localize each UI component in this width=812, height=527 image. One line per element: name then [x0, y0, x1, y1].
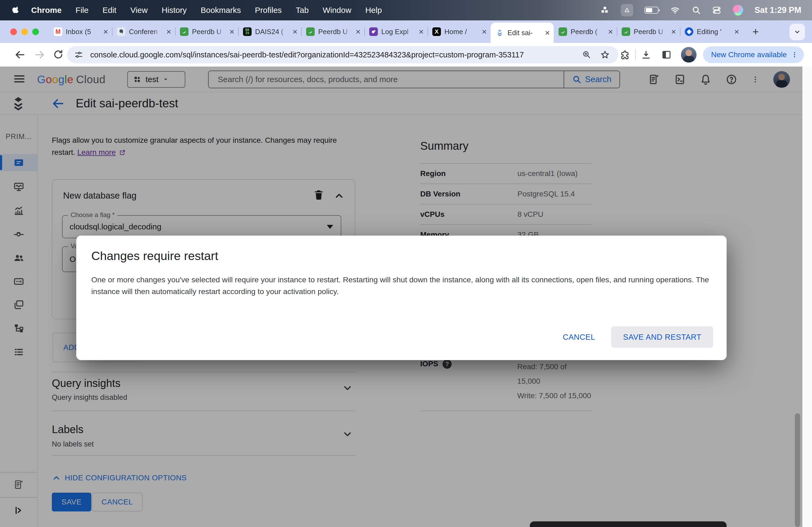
dialog-save-and-restart-button[interactable]: SAVE AND RESTART — [611, 326, 713, 348]
side-panel-icon[interactable] — [661, 49, 672, 60]
tab-editing[interactable]: Editing ' × — [680, 20, 743, 43]
close-icon[interactable]: × — [482, 28, 487, 36]
back-icon[interactable] — [14, 49, 26, 61]
menu-view[interactable]: View — [130, 6, 147, 15]
peerdb-favicon — [180, 27, 188, 36]
tab-strip: M Inbox (5 × Conferen × Peerdb U × DAIS … — [0, 20, 812, 43]
editing-favicon — [685, 27, 693, 36]
menu-tab[interactable]: Tab — [296, 6, 308, 15]
menu-profiles[interactable]: Profiles — [255, 6, 282, 15]
gmail-favicon: M — [54, 27, 62, 36]
battery-icon[interactable] — [644, 7, 658, 14]
menu-edit[interactable]: Edit — [103, 6, 117, 15]
chrome-update-pill[interactable]: New Chrome available — [703, 46, 804, 63]
stats-icon[interactable] — [600, 6, 610, 15]
dialog-cancel-button[interactable]: CANCEL — [559, 333, 599, 342]
close-icon[interactable]: × — [356, 28, 361, 36]
url-text[interactable]: console.cloud.google.com/sql/instances/s… — [90, 50, 524, 59]
tab-peerdb-4[interactable]: Peerdb U × — [617, 20, 680, 43]
new-tab-button[interactable]: + — [749, 25, 762, 38]
menu-chrome[interactable]: Chrome — [31, 6, 61, 15]
site-settings-icon[interactable] — [74, 50, 83, 59]
menu-bookmarks[interactable]: Bookmarks — [201, 6, 241, 15]
close-icon[interactable]: × — [419, 28, 424, 36]
dais-favicon: DAIS — [243, 27, 251, 36]
close-icon[interactable]: × — [229, 28, 234, 36]
tab-edit-sai-active[interactable]: Edit sai- × — [491, 22, 554, 43]
menubar-clock[interactable]: Sat 1:29 PM — [755, 5, 801, 15]
dialog-title: Changes require restart — [91, 249, 712, 263]
zoom-icon[interactable] — [582, 50, 591, 60]
restart-dialog: Changes require restart One or more chan… — [76, 236, 727, 360]
tab-peerdb-1[interactable]: Peerdb U × — [175, 20, 238, 43]
close-icon[interactable]: × — [103, 28, 108, 36]
app-icon[interactable] — [621, 4, 633, 16]
macos-menu-bar: Chrome File Edit View History Bookmarks … — [0, 0, 812, 20]
tab-inbox[interactable]: M Inbox (5 × — [49, 20, 112, 43]
menu-history[interactable]: History — [162, 6, 187, 15]
peerdb-favicon — [306, 27, 315, 36]
tab-dais24[interactable]: DAIS DAIS24 ( × — [238, 20, 301, 43]
maximize-window-button[interactable] — [32, 28, 39, 35]
close-icon[interactable]: × — [292, 28, 298, 36]
toolbar-divider — [635, 49, 636, 60]
gcp-page: Google Cloud test Search (/) for resourc… — [0, 66, 802, 527]
tab-search-chevron[interactable] — [789, 24, 805, 40]
browser-scrollbar-track[interactable] — [802, 66, 812, 527]
menubar-status: Sat 1:29 PM — [600, 4, 812, 16]
tab-conference[interactable]: Conferen × — [112, 20, 175, 43]
close-icon[interactable]: × — [608, 28, 613, 36]
spotlight-icon[interactable] — [692, 6, 701, 15]
postgres-favicon — [117, 27, 126, 36]
dock-edge — [530, 521, 727, 527]
close-window-button[interactable] — [10, 28, 17, 35]
close-icon[interactable]: × — [166, 28, 171, 36]
extensions-icon[interactable] — [620, 49, 630, 60]
minimize-window-button[interactable] — [21, 28, 28, 35]
cloud-sql-favicon — [495, 28, 504, 37]
peerdb-favicon — [622, 27, 630, 36]
window-controls — [10, 28, 39, 35]
bookmark-star-icon[interactable] — [600, 50, 610, 60]
close-icon[interactable]: × — [545, 29, 550, 37]
tab-x-home[interactable]: X Home / × — [427, 20, 491, 43]
browser-profile-avatar[interactable] — [681, 47, 697, 62]
wifi-icon[interactable] — [670, 6, 680, 15]
browser-toolbar: console.cloud.google.com/sql/instances/s… — [0, 43, 812, 66]
forward-icon[interactable] — [34, 49, 46, 61]
tab-peerdb-2[interactable]: Peerdb U × — [301, 20, 364, 43]
close-icon[interactable]: × — [671, 28, 676, 36]
tab-log-explorer[interactable]: Log Expl × — [364, 20, 427, 43]
menu-file[interactable]: File — [75, 6, 88, 15]
address-bar[interactable]: console.cloud.google.com/sql/instances/s… — [67, 46, 619, 63]
menu-items: Chrome File Edit View History Bookmarks … — [31, 6, 382, 15]
apple-logo-icon[interactable] — [12, 6, 20, 15]
x-favicon: X — [432, 27, 441, 36]
tabs: M Inbox (5 × Conferen × Peerdb U × DAIS … — [49, 20, 743, 43]
close-icon[interactable]: × — [734, 28, 739, 36]
siri-icon[interactable] — [733, 5, 743, 16]
download-icon[interactable] — [641, 49, 651, 60]
menu-help[interactable]: Help — [365, 6, 382, 15]
menu-window[interactable]: Window — [323, 6, 351, 15]
tab-peerdb-3[interactable]: Peerdb ( × — [554, 20, 617, 43]
dialog-body: One or more changes you've selected will… — [91, 274, 712, 297]
datadog-favicon — [369, 27, 378, 36]
peerdb-favicon — [559, 27, 567, 36]
more-vert-icon[interactable] — [791, 51, 798, 58]
reload-icon[interactable] — [53, 49, 64, 60]
control-center-icon[interactable] — [712, 6, 721, 15]
